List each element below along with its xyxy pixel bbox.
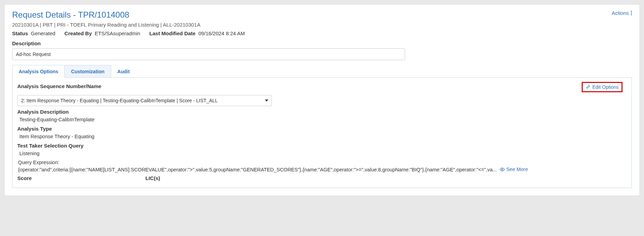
- tab-customization[interactable]: Customization: [64, 65, 111, 78]
- status-value: Generated: [31, 30, 55, 36]
- actions-label: Actions: [612, 10, 629, 16]
- request-details-card: Request Details - TPR/1014008 20210301A …: [4, 4, 640, 196]
- edit-icon: [585, 85, 590, 89]
- score-header: Score: [17, 175, 145, 181]
- analysis-seq-select-wrap: 2: Item Response Theory - Equating | Tes…: [17, 95, 272, 106]
- tab-bar: Analysis Options Customization Audit: [12, 65, 632, 78]
- edit-options-label: Edit Options: [592, 84, 619, 90]
- tab-audit[interactable]: Audit: [111, 65, 136, 78]
- last-modified-value: 09/16/2024 8:24 AM: [198, 30, 245, 36]
- see-more-label: See More: [506, 167, 528, 172]
- query-expression-value: {operator:"and",criteria:[{name:"NAME[LI…: [18, 167, 497, 172]
- tts-label: Test Taker Selection Query: [17, 143, 623, 149]
- kebab-icon: [631, 10, 632, 16]
- page-title: Request Details - TPR/1014008: [12, 10, 252, 20]
- analysis-desc-value: Testing-Equating-CalibInTemplate: [19, 117, 623, 122]
- seq-header-row: Analysis Sequence Number/Name Edit Optio…: [17, 82, 623, 92]
- query-expression-row: {operator:"and",criteria:[{name:"NAME[LI…: [18, 167, 623, 172]
- created-by-label: Created By: [64, 30, 92, 36]
- see-more-link[interactable]: See More: [500, 167, 528, 172]
- score-lic-headers: Score LIC(s): [17, 175, 623, 181]
- description-input[interactable]: [12, 48, 405, 60]
- subtitle: 20210301A | PBT | PRI - TOEFL Primary Re…: [12, 22, 252, 28]
- analysis-desc-label: Analysis Description: [17, 109, 623, 115]
- last-modified-group: Last Modified Date 09/16/2024 8:24 AM: [149, 30, 245, 36]
- actions-menu[interactable]: Actions: [612, 10, 632, 16]
- last-modified-label: Last Modified Date: [149, 30, 195, 36]
- tab-panel-analysis-options: Analysis Sequence Number/Name Edit Optio…: [12, 77, 632, 188]
- created-by-value: ETS/SAsuperadmin: [95, 30, 140, 36]
- tts-value: Listening: [19, 151, 623, 156]
- edit-options-button[interactable]: Edit Options: [582, 82, 623, 92]
- tab-analysis-options[interactable]: Analysis Options: [12, 65, 65, 78]
- lic-header: LIC(s): [145, 175, 160, 181]
- svg-point-1: [502, 169, 503, 170]
- analysis-seq-label: Analysis Sequence Number/Name: [17, 83, 101, 89]
- created-by-group: Created By ETS/SAsuperadmin: [64, 30, 142, 36]
- analysis-seq-select[interactable]: 2: Item Response Theory - Equating | Tes…: [17, 95, 272, 106]
- status-group: Status Generated: [12, 30, 57, 36]
- analysis-type-label: Analysis Type: [17, 126, 623, 132]
- eye-icon: [500, 168, 505, 171]
- meta-row: Status Generated Created By ETS/SAsupera…: [12, 30, 252, 36]
- header-left: Request Details - TPR/1014008 20210301A …: [12, 10, 252, 40]
- query-expression-label: Query Expression:: [18, 160, 623, 165]
- card-header: Request Details - TPR/1014008 20210301A …: [12, 10, 632, 40]
- status-label: Status: [12, 30, 28, 36]
- scroll-area[interactable]: Analysis Sequence Number/Name Edit Optio…: [17, 82, 627, 186]
- description-label: Description: [12, 40, 632, 46]
- analysis-type-value: Item Response Theory - Equating: [19, 134, 623, 139]
